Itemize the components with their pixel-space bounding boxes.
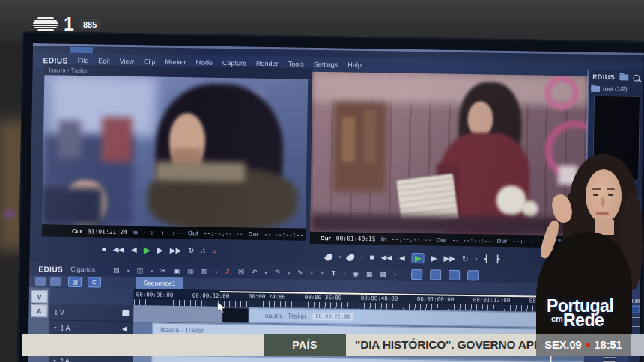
dropdown-arrow-icon[interactable]: ▾ — [475, 257, 477, 261]
channel-number: 1 — [64, 15, 74, 34]
menu-settings[interactable]: Settings — [314, 61, 338, 69]
audio-toggle-button[interactable]: A — [31, 304, 47, 317]
draw-button[interactable]: ✎ — [297, 269, 303, 277]
title-button[interactable]: T — [332, 269, 336, 277]
menu-capture[interactable]: Capture — [222, 59, 246, 67]
collapse-icon[interactable]: ▾ — [53, 358, 56, 362]
ripple-delete-button[interactable]: ☒ — [238, 268, 244, 275]
next-frame-button[interactable]: ▶ — [157, 247, 163, 254]
bystander-figure — [102, 117, 133, 162]
play-button[interactable]: ▶ — [144, 245, 151, 254]
loop-button[interactable]: ↻ — [188, 247, 195, 254]
export-button[interactable]: ▩ — [380, 270, 387, 277]
cur-label: Cur — [321, 235, 331, 242]
play-button[interactable]: ▶ — [412, 253, 425, 263]
mixer-button[interactable]: ▦ — [366, 270, 373, 277]
track-1v-empty — [133, 305, 223, 324]
dur-label: Dur — [249, 230, 259, 237]
menu-file[interactable]: File — [78, 57, 89, 64]
fast-forward-button[interactable]: ▶▶ — [444, 255, 456, 263]
menu-tools[interactable]: Tools — [288, 60, 304, 67]
menu-mode[interactable]: Mode — [196, 58, 213, 66]
track-header-1v[interactable]: 1 V — [49, 304, 133, 322]
track-tool-button[interactable] — [50, 277, 61, 286]
clip-thumbnail[interactable] — [222, 307, 249, 323]
clip-duration-badge: 00:00:22:00 — [312, 313, 353, 321]
dropdown-arrow-icon[interactable]: ▾ — [343, 271, 345, 276]
collapse-icon[interactable]: ▾ — [54, 325, 57, 331]
tv-broadcast-frame: EDIUS File Edit View Clip Marker Mode Ca… — [0, 0, 644, 362]
teletext-page-badge: 885 — [79, 19, 100, 30]
track-tool-button[interactable] — [35, 277, 46, 286]
delete-button[interactable]: ✗ — [225, 268, 231, 275]
stop-button[interactable]: ■ — [102, 245, 106, 253]
aux-icon-1[interactable]: ∴ — [201, 248, 205, 254]
aux-icon-2[interactable]: ≡ — [212, 248, 216, 254]
stop-button[interactable]: ■ — [370, 254, 374, 261]
rewind-button[interactable]: ◀◀ — [381, 254, 393, 261]
trim-in-button[interactable]: ┫ — [484, 255, 488, 263]
rewind-button[interactable]: ◀◀ — [113, 246, 125, 254]
browser-button[interactable]: ▤ — [113, 266, 120, 274]
prev-frame-button[interactable]: ◀ — [131, 246, 137, 254]
menu-view[interactable]: View — [120, 58, 135, 65]
speaker-icon[interactable] — [122, 325, 127, 331]
timeline-mode-button[interactable] — [467, 270, 479, 280]
player-video-image — [42, 75, 308, 229]
dropdown-arrow-icon[interactable]: ▾ — [127, 268, 130, 273]
capture-button[interactable]: ◉ — [353, 270, 359, 277]
menu-marker[interactable]: Marker — [165, 58, 186, 66]
recorder-cur-timecode: 00:01:40:15 — [336, 235, 376, 242]
paste-button[interactable]: ▨ — [201, 268, 208, 275]
effects-button[interactable]: ≈ — [321, 269, 324, 277]
mode-button-2[interactable]: C — [88, 277, 101, 287]
undo-button[interactable]: ↶ — [252, 269, 258, 276]
app-logo: EDIUS — [43, 56, 68, 65]
cut-button[interactable]: ✂ — [160, 267, 166, 274]
menu-clip[interactable]: Clip — [144, 58, 156, 65]
dropdown-arrow-icon[interactable]: ▾ — [215, 269, 217, 274]
set-out-marker-icon[interactable] — [346, 252, 356, 262]
in-label: In — [381, 236, 386, 242]
menu-render[interactable]: Render — [256, 60, 279, 67]
dropdown-arrow-icon[interactable]: ▾ — [265, 269, 267, 274]
next-frame-button[interactable]: ▶ — [431, 254, 437, 262]
timeline-mode-button[interactable] — [430, 269, 441, 280]
date-time-box: SEX.09 18:51 — [536, 334, 631, 356]
dropdown-arrow-icon[interactable]: ▾ — [394, 272, 396, 277]
mode-button-1[interactable]: ▤ — [68, 277, 82, 287]
menu-edit[interactable]: Edit — [98, 57, 110, 64]
menu-help[interactable]: Help — [347, 61, 362, 69]
copy-button[interactable]: ▣ — [174, 267, 180, 274]
sequence-tab[interactable]: Sequence1 — [136, 277, 183, 289]
dropdown-arrow-icon[interactable]: ▾ — [151, 268, 153, 273]
cur-label: Cur — [72, 227, 82, 234]
dropdown-arrow-icon[interactable]: ▾ — [311, 270, 313, 275]
timeline-mode-button[interactable] — [411, 269, 422, 280]
dropdown-arrow-icon[interactable]: ▾ — [288, 270, 290, 275]
search-icon[interactable] — [633, 74, 640, 81]
recorder-transport: ▾ ▾ ■ ◀◀ ◀ ▶ ▶ ▶▶ ↻ ▾ ┫ ┣ — [326, 251, 499, 265]
dur-label: Dur — [496, 237, 507, 244]
redo-button[interactable]: ↷ — [275, 269, 281, 276]
rtp-logo-icon — [33, 17, 58, 31]
fast-forward-button[interactable]: ▶▶ — [170, 247, 182, 254]
timeline-mode-button[interactable] — [449, 270, 460, 280]
clipboard-button[interactable]: ▥ — [187, 267, 194, 274]
dropdown-arrow-icon[interactable]: ▾ — [361, 255, 363, 260]
ticker-category-badge: PAÍS — [264, 334, 346, 356]
bin-folder-row[interactable]: root (1/2) — [591, 85, 628, 93]
mouse-cursor — [217, 302, 225, 313]
track-option-icon[interactable] — [122, 310, 129, 316]
set-in-marker-icon[interactable] — [324, 252, 334, 262]
folder-icon — [591, 85, 600, 91]
folder-icon[interactable] — [619, 74, 628, 80]
loop-button[interactable]: ↻ — [462, 255, 469, 263]
trim-out-button[interactable]: ┣ — [495, 256, 499, 263]
prev-frame-button[interactable]: ◀ — [399, 254, 405, 262]
video-toggle-button[interactable]: V — [31, 290, 48, 303]
open-project-button[interactable]: ◫ — [137, 266, 144, 274]
out-label: Out — [437, 236, 447, 243]
dropdown-arrow-icon[interactable]: ▾ — [339, 254, 341, 259]
out-label: Out — [188, 230, 198, 236]
